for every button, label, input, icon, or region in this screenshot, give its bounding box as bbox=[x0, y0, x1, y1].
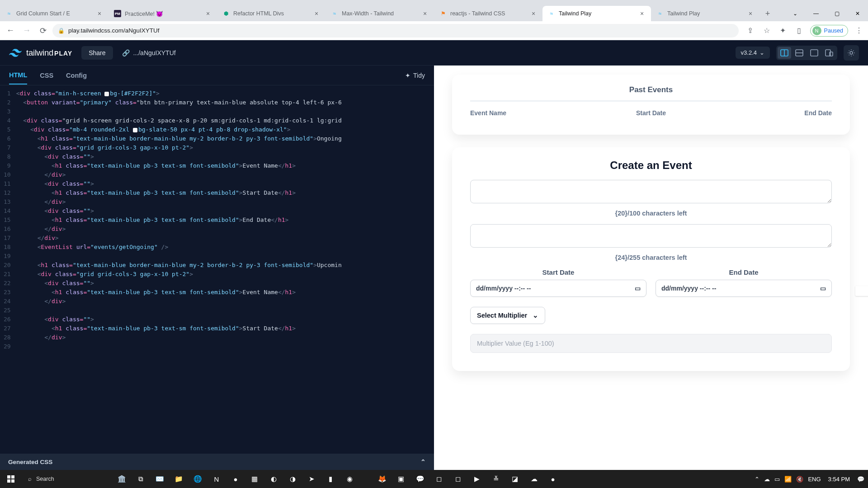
close-icon[interactable]: × bbox=[96, 10, 103, 17]
taskbar-app-2[interactable]: ◐ bbox=[264, 470, 283, 488]
close-icon[interactable]: × bbox=[530, 10, 537, 17]
svg-point-7 bbox=[850, 52, 853, 54]
tray-battery-icon[interactable]: ▭ bbox=[774, 476, 780, 483]
taskbar-spotify[interactable]: ● bbox=[226, 470, 245, 488]
profile-button[interactable]: N Paused bbox=[810, 25, 848, 37]
taskbar-app-6[interactable]: ◻ bbox=[429, 470, 448, 488]
tab-tailwind-play-active[interactable]: ≈Tailwind Play× bbox=[542, 6, 651, 21]
tailwind-logo-icon bbox=[9, 49, 22, 57]
logo[interactable]: tailwindPLAY bbox=[9, 48, 72, 58]
code-content[interactable]: <div class="min-h-screen bg-[#F2F2F2]"> … bbox=[16, 85, 434, 454]
line-gutter: 1234567891011121314151617181920212223242… bbox=[0, 85, 16, 454]
char-count-1: {20}/100 characters left bbox=[470, 210, 832, 217]
generated-css-panel[interactable]: Generated CSS ⌃ bbox=[0, 454, 434, 470]
taskbar-explorer[interactable]: 📁 bbox=[169, 470, 188, 488]
layout-switcher bbox=[776, 46, 837, 60]
tray-volume-icon[interactable]: 🔇 bbox=[796, 476, 803, 483]
taskbar-app-10[interactable]: ● bbox=[543, 470, 562, 488]
taskbar-discord[interactable]: ◉ bbox=[340, 470, 359, 488]
close-window-button[interactable]: ✕ bbox=[847, 6, 868, 21]
tidy-button[interactable]: ✦Tidy bbox=[405, 72, 425, 79]
multiplier-input[interactable]: Multiplier Value (Eg 1-100) bbox=[470, 334, 832, 353]
layout-responsive[interactable] bbox=[822, 47, 836, 59]
taskbar-firefox[interactable]: 🦊 bbox=[373, 470, 392, 488]
minimize-button[interactable]: ― bbox=[806, 6, 826, 21]
taskbar-taskview[interactable]: ⧉ bbox=[131, 470, 150, 488]
taskbar-app-4[interactable]: ▮ bbox=[321, 470, 340, 488]
tab-html[interactable]: HTML bbox=[9, 66, 27, 84]
taskbar-search[interactable]: ⌕Search bbox=[22, 470, 112, 488]
tab-refactor[interactable]: ⬢Refactor HTML Divs× bbox=[217, 6, 326, 21]
tab-grid-column[interactable]: ≈Grid Column Start / E× bbox=[0, 6, 108, 21]
tab-practiceme[interactable]: PMPracticeMe! 😈× bbox=[108, 6, 217, 21]
extensions-icon[interactable]: ✦ bbox=[778, 25, 788, 36]
bookmark-icon[interactable]: ☆ bbox=[761, 25, 772, 36]
close-icon[interactable]: × bbox=[747, 10, 754, 17]
share-page-icon[interactable]: ⇪ bbox=[745, 25, 756, 36]
tray-onedrive-icon[interactable]: ☁ bbox=[764, 476, 770, 483]
back-button[interactable]: ← bbox=[4, 24, 17, 38]
chevron-down-icon[interactable]: ⌄ bbox=[785, 6, 806, 21]
taskbar-app-5[interactable]: ▣ bbox=[392, 470, 410, 488]
code-editor[interactable]: 1234567891011121314151617181920212223242… bbox=[0, 85, 434, 454]
playground-url[interactable]: 🔗 .../aNguIXYTUf bbox=[122, 49, 176, 56]
tailwind-favicon: ≈ bbox=[656, 10, 664, 17]
close-icon[interactable]: × bbox=[313, 10, 320, 17]
tab-tailwind-play-2[interactable]: ≈Tailwind Play× bbox=[651, 6, 760, 21]
taskbar-weather[interactable]: 🏛️ bbox=[112, 470, 131, 488]
theme-toggle[interactable] bbox=[844, 45, 859, 61]
taskbar-app-7[interactable]: ◻ bbox=[448, 470, 467, 488]
taskbar-youtube[interactable]: ▶ bbox=[467, 470, 486, 488]
tray-chevron-icon[interactable]: ⌃ bbox=[755, 476, 760, 483]
tab-config[interactable]: Config bbox=[66, 67, 87, 84]
tab-css[interactable]: CSS bbox=[40, 67, 53, 84]
link-icon: 🔗 bbox=[122, 49, 130, 56]
forward-button[interactable]: → bbox=[20, 24, 33, 38]
floating-widget[interactable] bbox=[855, 286, 868, 296]
col-event-name: Event Name bbox=[470, 109, 585, 117]
reload-button[interactable]: ⟳ bbox=[36, 24, 50, 38]
tray-wifi-icon[interactable]: 📶 bbox=[784, 476, 792, 483]
tray-clock[interactable]: 3:54 PM bbox=[826, 476, 853, 483]
version-selector[interactable]: v3.2.4 ⌄ bbox=[736, 47, 770, 59]
taskbar-telegram[interactable]: ➤ bbox=[302, 470, 321, 488]
editor-pane: HTML CSS Config ✦Tidy 123456789101112131… bbox=[0, 66, 434, 470]
event-name-textarea[interactable] bbox=[470, 180, 832, 203]
tray-notifications-icon[interactable]: 💬 bbox=[857, 476, 864, 483]
svg-line-14 bbox=[849, 55, 849, 55]
taskbar-whatsapp[interactable]: 💬 bbox=[410, 470, 429, 488]
taskbar-notion[interactable]: N bbox=[207, 470, 226, 488]
taskbar-app-1[interactable]: ▦ bbox=[245, 470, 264, 488]
taskbar-app-3[interactable]: ◑ bbox=[283, 470, 302, 488]
practiceme-favicon: PM bbox=[114, 10, 121, 17]
reading-list-icon[interactable]: ▯ bbox=[794, 25, 805, 36]
chevron-up-icon: ⌃ bbox=[420, 458, 426, 465]
end-date-input[interactable]: dd/mm/yyyy --:-- --▭ bbox=[656, 280, 832, 297]
profile-label: Paused bbox=[824, 28, 843, 34]
preview-pane[interactable]: Past Events Event Name Start Date End Da… bbox=[434, 66, 868, 470]
taskbar-mail[interactable]: ✉️ bbox=[150, 470, 169, 488]
start-date-input[interactable]: dd/mm/yyyy --:-- --▭ bbox=[470, 280, 646, 297]
close-icon[interactable]: × bbox=[638, 10, 646, 17]
tab-maxwidth[interactable]: ≈Max-Width - Tailwind× bbox=[326, 6, 434, 21]
share-button[interactable]: Share bbox=[81, 46, 113, 60]
layout-split-vertical[interactable] bbox=[778, 47, 791, 59]
multiplier-select[interactable]: Select Multiplier⌄ bbox=[470, 307, 545, 324]
close-icon[interactable]: × bbox=[204, 10, 212, 17]
close-icon[interactable]: × bbox=[421, 10, 429, 17]
layout-split-horizontal[interactable] bbox=[793, 47, 806, 59]
new-tab-button[interactable]: + bbox=[761, 7, 774, 20]
url-input[interactable]: 🔒 play.tailwindcss.com/aNguIXYTUf bbox=[52, 24, 739, 38]
maximize-button[interactable]: ▢ bbox=[826, 6, 847, 21]
start-button[interactable] bbox=[0, 470, 22, 488]
taskbar-vscode[interactable]: ≚ bbox=[486, 470, 505, 488]
event-desc-textarea[interactable] bbox=[470, 224, 832, 248]
url-text: play.tailwindcss.com/aNguIXYTUf bbox=[68, 27, 160, 34]
tab-reactjs[interactable]: ⚑reactjs - Tailwind CSS× bbox=[434, 6, 542, 21]
tray-language[interactable]: ENG bbox=[808, 476, 821, 483]
taskbar-app-8[interactable]: ◪ bbox=[505, 470, 524, 488]
kebab-menu-icon[interactable]: ⋮ bbox=[854, 25, 864, 36]
taskbar-app-9[interactable]: ☁ bbox=[524, 470, 543, 488]
layout-preview-only[interactable] bbox=[807, 47, 821, 59]
taskbar-chrome[interactable]: 🌐 bbox=[188, 470, 207, 488]
